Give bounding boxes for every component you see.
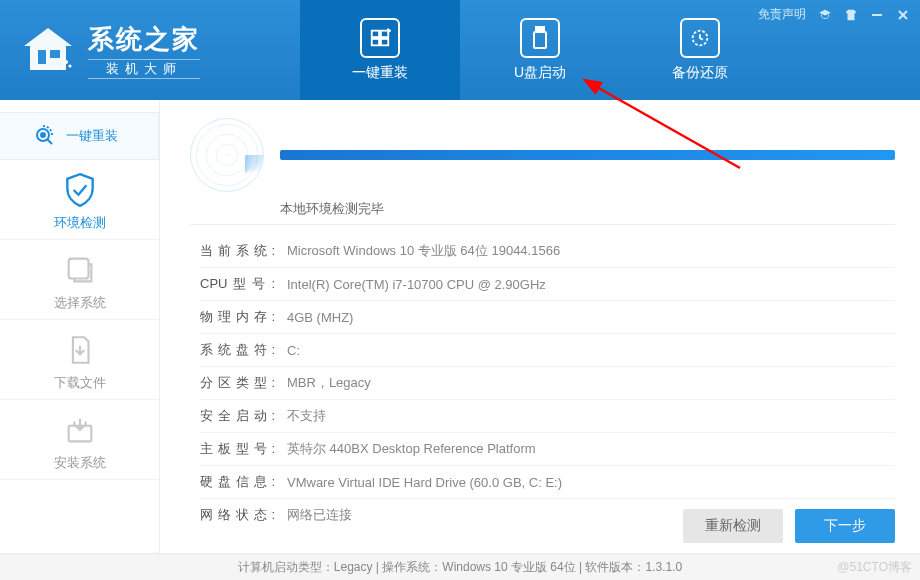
sidebar: 一键重装 环境检测 选择系统 下载文件 安装系统 [0, 100, 160, 553]
system-info-table: 当前系统:Microsoft Windows 10 专业版 64位 19044.… [200, 235, 895, 531]
info-key: CPU型号: [200, 275, 275, 293]
info-key: 当前系统: [200, 242, 275, 260]
recheck-button[interactable]: 重新检测 [683, 509, 783, 543]
sidebar-label: 环境检测 [54, 214, 106, 232]
nav-tabs: 一键重装 U盘启动 备份还原 [300, 0, 780, 100]
tab-label: 备份还原 [672, 64, 728, 82]
sidebar-item-env-check[interactable]: 环境检测 [0, 160, 159, 240]
info-val: VMware Virtual IDE Hard Drive (60.0 GB, … [287, 475, 562, 490]
title-bar: 免责声明 [758, 6, 910, 23]
tab-backup-restore[interactable]: 备份还原 [620, 0, 780, 100]
sidebar-item-select-system[interactable]: 选择系统 [0, 240, 159, 320]
info-val: Microsoft Windows 10 专业版 64位 19044.1566 [287, 242, 560, 260]
svg-rect-6 [372, 31, 379, 37]
sidebar-label: 一键重装 [66, 127, 118, 145]
svg-rect-1 [38, 50, 46, 64]
svg-marker-0 [24, 28, 72, 70]
skin-icon[interactable] [844, 8, 858, 22]
usb-drive-icon [520, 18, 560, 58]
next-button[interactable]: 下一步 [795, 509, 895, 543]
info-val: Intel(R) Core(TM) i7-10700 CPU @ 2.90GHz [287, 277, 546, 292]
info-val: MBR，Legacy [287, 374, 371, 392]
graduation-cap-icon[interactable] [818, 8, 832, 22]
info-val: 网络已连接 [287, 506, 352, 524]
svg-rect-8 [372, 39, 379, 45]
radar-scan-icon [190, 118, 264, 192]
logo-area: 系统之家 装机大师 [0, 22, 300, 79]
divider [190, 224, 895, 225]
sidebar-item-download[interactable]: 下载文件 [0, 320, 159, 400]
main-panel: 本地环境检测完毕 当前系统:Microsoft Windows 10 专业版 6… [160, 100, 920, 553]
brand-title: 系统之家 [88, 22, 200, 57]
tab-one-click-reinstall[interactable]: 一键重装 [300, 0, 460, 100]
progress-bar [280, 150, 895, 160]
sidebar-item-install[interactable]: 安装系统 [0, 400, 159, 480]
restore-icon [680, 18, 720, 58]
svg-rect-11 [534, 32, 546, 48]
tab-usb-boot[interactable]: U盘启动 [460, 0, 620, 100]
sidebar-label: 安装系统 [54, 454, 106, 472]
app-header: 系统之家 装机大师 一键重装 U盘启动 备份还原 免责声明 [0, 0, 920, 100]
info-val: 4GB (MHZ) [287, 310, 353, 325]
footer-text: 计算机启动类型：Legacy | 操作系统：Windows 10 专业版 64位… [238, 559, 682, 576]
brand-subtitle: 装机大师 [88, 59, 200, 79]
svg-rect-12 [538, 28, 540, 30]
info-key: 安全启动: [200, 407, 275, 425]
scan-status-text: 本地环境检测完毕 [280, 200, 895, 218]
close-icon[interactable] [896, 8, 910, 22]
svg-point-3 [64, 60, 68, 64]
svg-rect-13 [541, 28, 543, 30]
info-val: 英特尔 440BX Desktop Reference Platform [287, 440, 536, 458]
watermark: @51CTO博客 [837, 559, 912, 576]
info-val: C: [287, 343, 300, 358]
svg-rect-2 [50, 50, 60, 58]
disclaimer-link[interactable]: 免责声明 [758, 6, 806, 23]
svg-rect-20 [68, 258, 88, 278]
sidebar-label: 下载文件 [54, 374, 106, 392]
tab-label: 一键重装 [352, 64, 408, 82]
house-logo-icon [20, 22, 76, 78]
tab-label: U盘启动 [514, 64, 566, 82]
svg-point-19 [41, 133, 45, 137]
info-key: 网络状态: [200, 506, 275, 524]
minimize-icon[interactable] [870, 8, 884, 22]
svg-rect-9 [381, 39, 388, 45]
info-key: 硬盘信息: [200, 473, 275, 491]
sidebar-item-one-click[interactable]: 一键重装 [0, 112, 159, 160]
svg-point-5 [63, 67, 66, 70]
svg-point-4 [68, 64, 71, 67]
sidebar-label: 选择系统 [54, 294, 106, 312]
windows-refresh-icon [360, 18, 400, 58]
info-key: 分区类型: [200, 374, 275, 392]
status-bar: 计算机启动类型：Legacy | 操作系统：Windows 10 专业版 64位… [0, 553, 920, 580]
info-val: 不支持 [287, 407, 326, 425]
info-key: 物理内存: [200, 308, 275, 326]
info-key: 主板型号: [200, 440, 275, 458]
info-key: 系统盘符: [200, 341, 275, 359]
